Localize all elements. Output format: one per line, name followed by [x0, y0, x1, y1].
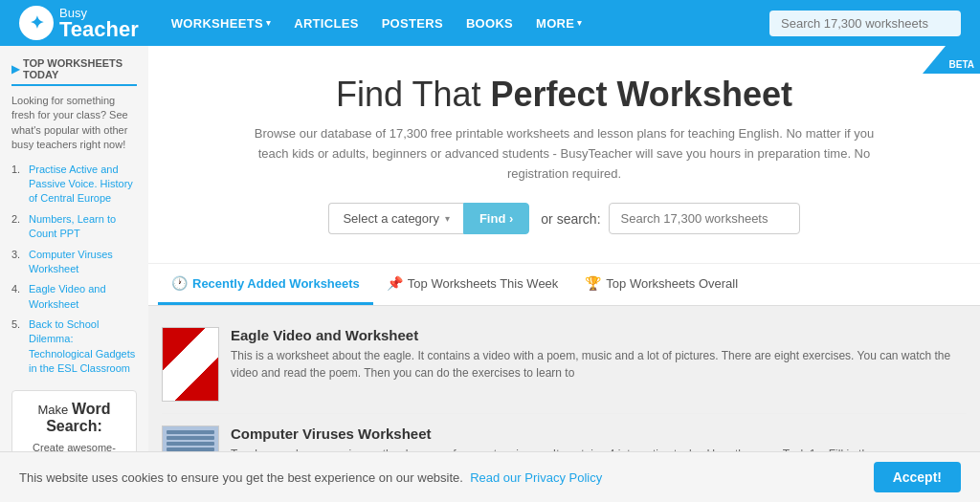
sidebar-link-2[interactable]: Numbers, Learn to Count PPT: [29, 212, 137, 242]
caret-icon-more: ▾: [577, 18, 582, 28]
nav-search: [769, 11, 961, 36]
hero-search-input[interactable]: [609, 203, 800, 234]
hero-desc: Browse our database of 17,300 free print…: [239, 124, 890, 184]
nav-books[interactable]: BOOKS: [457, 11, 523, 36]
cookie-bar: This website uses cookies to ensure you …: [0, 451, 980, 502]
tab-top-this-week[interactable]: 📌 Top Worksheets This Week: [373, 264, 572, 305]
logo-link[interactable]: ✦ Busy Teacher: [19, 6, 139, 40]
dropdown-caret-icon: ▾: [445, 213, 450, 224]
sidebar-link-3[interactable]: Computer Viruses Worksheet: [29, 248, 137, 277]
or-search: or search:: [541, 203, 799, 234]
nav-worksheets[interactable]: WORKSHEETS ▾: [162, 11, 280, 36]
tab-recently-added[interactable]: 🕐 Recently Added Worksheets: [158, 264, 373, 305]
sidebar-desc: Looking for something fresh for your cla…: [11, 94, 137, 153]
nav-search-input[interactable]: [769, 11, 961, 36]
sidebar-link-4[interactable]: Eagle Video and Worksheet: [29, 282, 137, 312]
list-item: 2. Numbers, Learn to Count PPT: [11, 212, 137, 242]
beta-badge: BETA: [923, 46, 980, 74]
sidebar-list: 1. Practise Active and Passive Voice. Hi…: [11, 163, 137, 377]
navbar: ✦ Busy Teacher WORKSHEETS ▾ ARTICLES POS…: [0, 0, 980, 46]
list-item: 4. Eagle Video and Worksheet: [11, 282, 137, 312]
select-category-dropdown[interactable]: Select a category ▾: [328, 203, 462, 234]
hero-section: BETA Find That Perfect Worksheet Browse …: [148, 46, 980, 264]
sidebar-icon: ▶: [11, 63, 19, 76]
logo-teacher: Teacher: [59, 19, 139, 40]
logo-text: Busy Teacher: [59, 7, 139, 40]
main-wrapper: ▶ TOP WORKSHEETS TODAY Looking for somet…: [0, 46, 980, 502]
eagle-thumbnail: [163, 328, 218, 401]
trophy-icon: 🏆: [585, 275, 601, 291]
sidebar-title: ▶ TOP WORKSHEETS TODAY: [11, 57, 137, 86]
worksheet-title[interactable]: Eagle Video and Worksheet: [231, 327, 967, 343]
list-item: 1. Practise Active and Passive Voice. Hi…: [11, 163, 137, 207]
accept-button[interactable]: Accept!: [874, 462, 961, 492]
pin-icon: 📌: [387, 275, 403, 291]
tabs: 🕐 Recently Added Worksheets 📌 Top Worksh…: [148, 264, 980, 306]
worksheet-item: Eagle Video and Worksheet This is a work…: [162, 316, 967, 414]
privacy-policy-link[interactable]: Read our Privacy Policy: [470, 470, 602, 485]
caret-icon: ▾: [266, 18, 271, 28]
word-search-title: Make Word Search:: [22, 401, 126, 435]
nav-more[interactable]: MORE ▾: [526, 11, 592, 36]
tab-top-overall[interactable]: 🏆 Top Worksheets Overall: [571, 264, 751, 305]
find-button[interactable]: Find ›: [463, 203, 529, 234]
cookie-message: This website uses cookies to ensure you …: [19, 470, 602, 485]
sidebar-link-1[interactable]: Practise Active and Passive Voice. Histo…: [29, 163, 137, 207]
worksheet-desc: This is a worksheet about the eagle. It …: [231, 347, 967, 382]
sidebar-link-5[interactable]: Back to School Dilemma: Technological Ga…: [29, 317, 137, 377]
logo-icon: ✦: [19, 6, 54, 40]
clock-icon: 🕐: [171, 275, 188, 291]
center-panel: BETA Find That Perfect Worksheet Browse …: [148, 46, 980, 502]
worksheet-thumb: [162, 327, 219, 402]
nav-links: WORKSHEETS ▾ ARTICLES POSTERS BOOKS MORE…: [162, 11, 746, 36]
worksheet-info: Eagle Video and Worksheet This is a work…: [231, 327, 967, 402]
nav-posters[interactable]: POSTERS: [372, 11, 453, 36]
worksheet-title[interactable]: Computer Viruses Worksheet: [231, 426, 967, 442]
sidebar: ▶ TOP WORKSHEETS TODAY Looking for somet…: [0, 46, 148, 502]
list-item: 5. Back to School Dilemma: Technological…: [11, 317, 137, 377]
hero-search-bar: Select a category ▾ Find › or search:: [206, 203, 923, 234]
list-item: 3. Computer Viruses Worksheet: [11, 248, 137, 277]
hero-title: Find That Perfect Worksheet: [206, 75, 923, 115]
nav-articles[interactable]: ARTICLES: [284, 11, 368, 36]
